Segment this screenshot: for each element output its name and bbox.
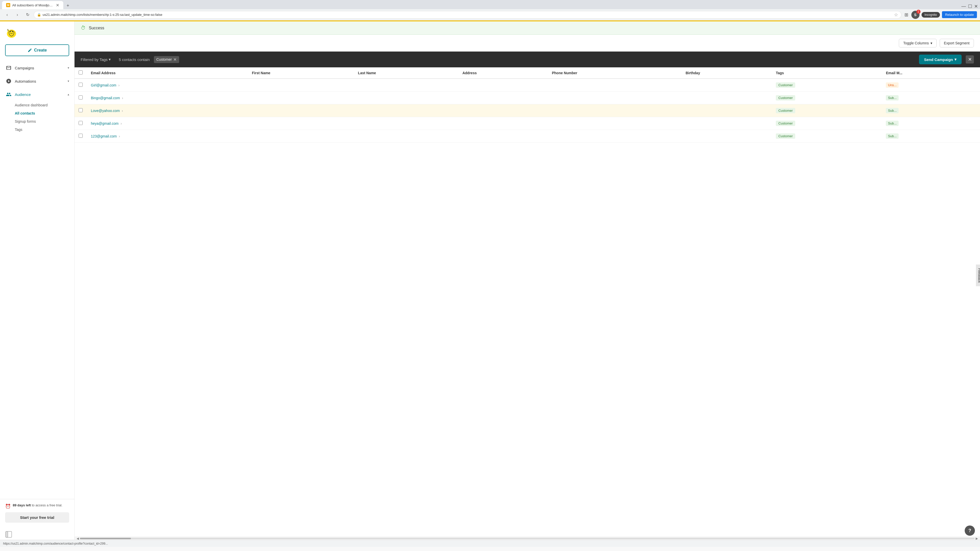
tab-close-btn[interactable]: ✕ [56,3,59,8]
create-button[interactable]: Create [5,44,69,56]
window-close[interactable]: ✕ [974,3,978,9]
window-maximize[interactable]: ☐ [968,3,972,9]
sidebar: Create Campaigns ▾ [0,21,75,540]
automations-chevron: ▾ [68,79,69,83]
scroll-thumb[interactable] [80,538,131,539]
new-tab-button[interactable]: + [64,2,72,9]
row-checkbox-1[interactable] [79,95,83,100]
row-tag-badge: Customer [776,83,795,88]
back-button[interactable]: ‹ [3,11,11,19]
table-row: Girl@gmail.com › Customer Uns... [75,79,980,92]
window-minimize[interactable]: — [961,3,966,9]
row-tag-badge: Customer [776,108,795,113]
success-text: Success [89,26,104,30]
extensions-icon[interactable]: ⊞ [904,11,909,19]
relaunch-button[interactable]: Relaunch to update [942,11,977,18]
row-expand-icon[interactable]: › [119,134,120,138]
row-lastname-cell [354,92,458,104]
help-button[interactable]: ? [965,526,975,536]
row-email-link[interactable]: Love@yahoo.com [91,109,120,113]
col-tags-header: Tags [772,67,882,79]
sidebar-logo[interactable] [0,21,74,44]
sidebar-bottom: ⏰ 89 days left to access a free trial. S… [0,499,74,527]
browser-tab-bar: M All subscribers of Moodjoy | Ma... ✕ +… [0,0,980,9]
active-browser-tab[interactable]: M All subscribers of Moodjoy | Ma... ✕ [2,1,63,9]
audience-chevron: ▴ [68,93,69,96]
success-banner: ⏱ Success [75,21,980,35]
filter-bar: Filtered by Tags ▾ 5 contacts contain Cu… [75,52,980,67]
row-checkbox-0[interactable] [79,83,83,87]
toggle-columns-chevron: ▾ [931,41,932,45]
row-status-cell: Sub... [882,92,980,104]
feedback-tab[interactable]: Feedback [976,265,980,286]
sidebar-sub-item-tags[interactable]: Tags [0,125,74,134]
horizontal-scrollbar[interactable]: ◀ ▶ [75,537,980,540]
sidebar-collapse-icon[interactable] [5,531,12,538]
forward-button[interactable]: › [13,11,21,19]
select-all-checkbox[interactable] [79,70,83,75]
row-checkbox-cell[interactable] [75,130,87,143]
scroll-right-button[interactable]: ▶ [976,537,978,540]
row-email-link[interactable]: Bingo@gmail.com [91,96,120,100]
row-email-link[interactable]: Girl@gmail.com [91,83,116,87]
customer-tag-remove[interactable]: ✕ [173,57,177,62]
send-campaign-button[interactable]: Send Campaign ▾ [919,55,962,64]
toggle-columns-button[interactable]: Toggle Columns ▾ [899,39,936,48]
sidebar-item-audience[interactable]: Audience ▴ [0,88,74,101]
audience-icon [5,91,12,98]
row-expand-icon[interactable]: › [122,109,123,113]
tab-title: All subscribers of Moodjoy | Ma... [12,3,54,7]
select-all-header[interactable] [75,67,87,79]
sidebar-sub-item-all-contacts[interactable]: All contacts [0,109,74,118]
incognito-badge: Incognito [921,12,940,17]
customer-tag-label: Customer [156,57,172,62]
row-firstname-cell [248,92,354,104]
lock-icon: 🔒 [37,13,41,17]
address-bar[interactable]: 🔒 us21.admin.mailchimp.com/lists/members… [34,11,901,19]
row-email-link[interactable]: 123@gmail.com [91,134,117,138]
row-checkbox-cell[interactable] [75,92,87,104]
row-expand-icon[interactable]: › [122,96,123,100]
sidebar-sub-item-audience-dashboard[interactable]: Audience dashboard [0,101,74,109]
row-firstname-cell [248,79,354,92]
row-address-cell [458,104,548,117]
browser-toolbar: ‹ › ↻ 🔒 us21.admin.mailchimp.com/lists/m… [0,9,980,21]
col-birthday-header: Birthday [681,67,772,79]
start-trial-button[interactable]: Start your free trial [5,512,69,523]
row-expand-icon[interactable]: › [118,83,120,87]
row-checkbox-cell[interactable] [75,104,87,117]
col-lastname-header: Last Name [354,67,458,79]
scroll-left-button[interactable]: ◀ [76,537,79,540]
row-email-cell: Love@yahoo.com › [87,104,248,117]
filtered-by-tags-label[interactable]: Filtered by Tags ▾ [81,57,111,62]
row-email-cell: heya@gmail.com › [87,117,248,130]
send-campaign-label: Send Campaign [924,57,953,62]
refresh-button[interactable]: ↻ [24,11,32,19]
col-email-header: Email Address [87,67,248,79]
bookmark-icon[interactable]: ☆ [894,12,898,17]
sidebar-item-campaigns[interactable]: Campaigns ▾ [0,61,74,75]
contacts-table: Email Address First Name Last Name Addre… [75,67,980,537]
row-tag-cell: Customer [772,92,882,104]
trial-days-text: 89 days left [13,503,31,507]
row-checkbox-cell[interactable] [75,117,87,130]
sidebar-sub-item-signup-forms[interactable]: Signup forms [0,118,74,125]
row-firstname-cell [248,130,354,143]
row-checkbox-4[interactable] [79,134,83,138]
scroll-track[interactable] [80,538,975,539]
send-campaign-chevron: ▾ [955,57,956,62]
sidebar-item-automations[interactable]: Automations ▾ [0,75,74,88]
row-checkbox-2[interactable] [79,108,83,112]
row-email-cell: Girl@gmail.com › [87,79,248,92]
row-checkbox-3[interactable] [79,121,83,125]
row-expand-icon[interactable]: › [121,121,122,125]
row-email-link[interactable]: heya@gmail.com [91,121,118,125]
row-checkbox-cell[interactable] [75,79,87,92]
sidebar-footer-icon [0,527,74,540]
profile-notification-badge: 1 [916,10,921,14]
row-tag-cell: Customer [772,79,882,92]
row-status-badge: Sub... [886,95,899,100]
export-segment-button[interactable]: Export Segment [940,39,974,48]
close-filter-button[interactable]: ✕ [966,56,974,64]
tab-favicon: M [6,3,10,7]
